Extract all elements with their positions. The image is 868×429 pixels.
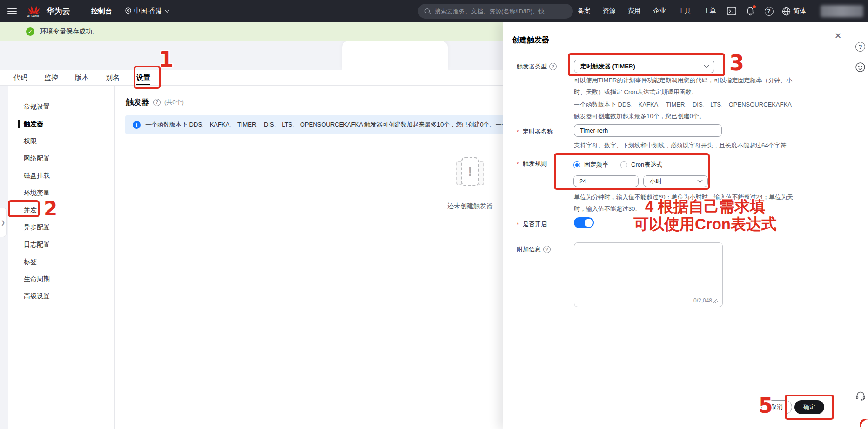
extra-info-help-icon[interactable]: ? xyxy=(543,246,551,253)
topbar-right: 备案 资源 费用 企业 工具 工单 ? 简体 xyxy=(572,0,863,22)
tab-code[interactable]: 代码 xyxy=(13,70,27,85)
sidebar-item-network[interactable]: 网络配置 xyxy=(8,150,114,167)
radio-dot-icon xyxy=(620,161,627,168)
region-selector[interactable]: 中国-香港 xyxy=(125,7,170,15)
enable-label: 是否开启 xyxy=(517,220,547,228)
extra-info-textarea[interactable]: 0/2,048 xyxy=(574,242,723,307)
footer-divider xyxy=(503,392,852,392)
tab-settings[interactable]: 设置 xyxy=(136,70,150,85)
info-icon: i xyxy=(133,121,141,129)
enable-toggle[interactable] xyxy=(574,217,594,228)
globe-icon xyxy=(782,7,791,16)
docs-help-icon[interactable]: ? xyxy=(855,42,865,52)
trigger-type-help-icon[interactable]: ? xyxy=(549,63,557,70)
account-name-blurred[interactable] xyxy=(821,5,863,17)
sidebar-item-logs[interactable]: 日志配置 xyxy=(8,236,114,253)
divider xyxy=(812,7,812,15)
language-label: 简体 xyxy=(793,7,806,15)
tab-monitor[interactable]: 监控 xyxy=(44,70,58,85)
trigger-type-help1: 可以使用TIMER的计划事件功能定期调用您的代码，可以指定固定频率（分钟、小时、… xyxy=(574,74,798,98)
sidebar-item-concurrency[interactable]: 并发 xyxy=(8,201,114,219)
search-input[interactable] xyxy=(435,8,566,15)
nav-beian[interactable]: 备案 xyxy=(572,7,597,15)
sidebar-item-permissions[interactable]: 权限 xyxy=(8,133,114,150)
tab-alias[interactable]: 别名 xyxy=(106,70,120,85)
rate-value-input[interactable] xyxy=(573,175,639,187)
title-help-icon[interactable]: ? xyxy=(153,99,161,106)
help-icon[interactable]: ? xyxy=(764,6,774,16)
annotation-step-3: 3 xyxy=(729,50,744,75)
sidebar-item-env-vars[interactable]: 环境变量 xyxy=(8,184,114,201)
panel-collapse-handle[interactable]: ❯ xyxy=(0,208,7,237)
sidebar-item-tags[interactable]: 标签 xyxy=(8,253,114,270)
annotation-step-5: 5 xyxy=(759,394,773,417)
location-pin-icon xyxy=(125,7,131,15)
notification-badge xyxy=(753,5,756,8)
trigger-type-value: 定时触发器 (TIMER) xyxy=(580,62,635,71)
toggle-knob xyxy=(585,219,593,227)
sidebar-item-triggers[interactable]: 触发器 xyxy=(8,115,114,133)
trigger-type-select[interactable]: 定时触发器 (TIMER) xyxy=(574,60,714,73)
sidebar-item-general[interactable]: 常规设置 xyxy=(8,98,114,115)
drawer-title: 创建触发器 xyxy=(512,35,549,45)
sidebar-item-lifecycle[interactable]: 生命周期 xyxy=(8,270,114,288)
timer-name-help: 支持字母、数字、下划线和中划线，必须以字母开头，且长度不能超过64个字符 xyxy=(574,140,798,151)
settings-sidebar: 常规设置 触发器 权限 网络配置 磁盘挂载 环境变量 并发 异步配置 日志配置 … xyxy=(8,86,115,429)
trigger-rule-label: 触发规则 xyxy=(517,160,547,168)
rate-unit-value: 小时 xyxy=(650,177,662,186)
feedback-smiley-icon[interactable] xyxy=(855,62,865,72)
language-switcher[interactable]: 简体 xyxy=(782,7,806,16)
tab-version[interactable]: 版本 xyxy=(75,70,89,85)
confirm-button[interactable]: 确定 xyxy=(794,400,824,414)
sidebar-item-async[interactable]: 异步配置 xyxy=(8,219,114,236)
annotation-step-2: 2 xyxy=(44,197,57,220)
divider xyxy=(81,7,81,15)
huawei-logo[interactable]: HUAWEI xyxy=(27,5,41,18)
trigger-rule-radios: 固定频率 Cron表达式 xyxy=(573,161,662,169)
timer-name-label: 定时器名称 xyxy=(517,127,553,136)
notifications-bell-icon[interactable] xyxy=(745,6,755,16)
right-utility-strip: ? xyxy=(852,22,868,429)
huawei-flower-icon xyxy=(28,5,40,14)
trigger-type-label: 触发器类型 ? xyxy=(517,62,557,71)
timer-name-input[interactable] xyxy=(574,124,722,137)
sidebar-item-advanced[interactable]: 高级设置 xyxy=(8,288,114,305)
page-title: 触发器 xyxy=(126,97,149,107)
annotation-step-1: 1 xyxy=(159,47,174,72)
brand-title[interactable]: 华为云 xyxy=(47,6,70,17)
radio-cron[interactable]: Cron表达式 xyxy=(620,161,662,169)
close-icon[interactable]: ✕ xyxy=(834,31,841,41)
support-headset-icon[interactable] xyxy=(855,391,866,401)
global-search[interactable] xyxy=(418,4,573,19)
console-link[interactable]: 控制台 xyxy=(91,7,112,16)
cloud-shell-icon[interactable] xyxy=(727,6,737,16)
huawei-logo-text: HUAWEI xyxy=(27,15,41,18)
sidebar-item-disk-mount[interactable]: 磁盘挂载 xyxy=(8,167,114,184)
nav-enterprise[interactable]: 企业 xyxy=(647,7,672,15)
extra-info-label: 附加信息 ? xyxy=(517,245,551,254)
info-banner-text: 一个函数版本下 DDS、 KAFKA、 TIMER、 DIS、 LTS、 OPE… xyxy=(145,121,551,129)
resize-handle-icon[interactable] xyxy=(713,299,718,303)
left-gutter xyxy=(0,86,8,429)
search-icon xyxy=(424,8,431,15)
hamburger-menu-icon[interactable] xyxy=(7,8,17,14)
nav-billing[interactable]: 费用 xyxy=(622,7,647,15)
nav-ticket[interactable]: 工单 xyxy=(697,7,722,15)
radio-dot-icon xyxy=(573,161,580,168)
chevron-down-icon xyxy=(704,65,709,68)
empty-state-icon: ! xyxy=(456,156,484,192)
chevron-down-icon xyxy=(697,180,703,183)
annotation-step-4: 4 根据自己需求填 可以使用Cron表达式 xyxy=(612,198,798,233)
nav-tools[interactable]: 工具 xyxy=(672,7,697,15)
toast-message: 环境变量保存成功。 xyxy=(40,27,99,36)
char-counter: 0/2,048 xyxy=(693,297,718,304)
radio-fixed-rate[interactable]: 固定频率 xyxy=(573,161,608,169)
success-check-icon: ✓ xyxy=(26,27,34,36)
region-label: 中国-香港 xyxy=(134,7,162,15)
rate-unit-select[interactable]: 小时 xyxy=(643,175,708,187)
topbar: HUAWEI 华为云 控制台 中国-香港 备案 资源 费用 企业 工具 工单 ?… xyxy=(0,0,868,22)
trigger-type-help2: 一个函数版本下 DDS、 KAFKA、 TIMER、 DIS、 LTS、 OPE… xyxy=(574,99,798,122)
trigger-count: (共0个) xyxy=(164,98,184,107)
nav-resources[interactable]: 资源 xyxy=(597,7,622,15)
header-card-partial xyxy=(342,41,448,70)
